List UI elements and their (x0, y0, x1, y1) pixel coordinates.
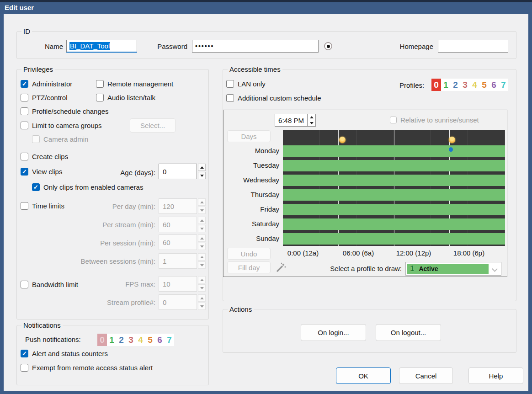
spin-down-icon[interactable] (198, 225, 206, 232)
checkbox-unchecked-icon[interactable] (21, 202, 28, 210)
limit-camera-groups-checkbox[interactable]: Limit to camera groups (21, 122, 102, 129)
spin-down-icon[interactable] (198, 303, 206, 310)
spin-up-icon[interactable] (198, 294, 206, 302)
spin-up-icon[interactable] (198, 217, 206, 224)
checkbox-unchecked-icon[interactable] (226, 80, 234, 88)
spin-up-icon[interactable] (198, 198, 206, 206)
fill-day-button[interactable]: Fill day (227, 261, 271, 273)
spin-down-icon[interactable] (198, 207, 206, 214)
schedule-row-tuesday[interactable] (283, 160, 505, 171)
age-days-spinner[interactable]: 0 (159, 164, 206, 179)
help-button[interactable]: Help (468, 367, 523, 384)
fps-max-value[interactable]: 10 (159, 276, 197, 292)
push-digit-2[interactable]: 2 (117, 334, 126, 346)
profile-draw-dropdown[interactable]: 1 Active (405, 262, 501, 276)
push-digit-3[interactable]: 3 (126, 334, 136, 346)
spin-up-icon[interactable] (198, 164, 206, 171)
schedule-row-friday[interactable] (283, 204, 505, 215)
checkbox-unchecked-icon[interactable] (21, 153, 28, 160)
profile-digit-3[interactable]: 3 (460, 79, 470, 91)
password-reveal-eye-icon[interactable] (324, 42, 332, 50)
checkbox-unchecked-icon[interactable] (21, 122, 28, 129)
per-stream-spinner[interactable]: 60 (159, 217, 206, 232)
stream-profile-spinner[interactable]: 0 (159, 294, 206, 310)
profile-digit-2[interactable]: 2 (451, 79, 460, 91)
per-session-value[interactable]: 60 (159, 234, 197, 250)
schedule-grid[interactable] (283, 130, 505, 246)
cancel-button[interactable]: Cancel (399, 367, 453, 384)
profile-digit-1[interactable]: 1 (441, 79, 451, 91)
ok-button[interactable]: OK (336, 367, 391, 384)
between-sessions-value[interactable]: 1 (159, 253, 197, 269)
profile-digit-5[interactable]: 5 (479, 79, 489, 91)
spin-up-icon[interactable] (198, 234, 206, 242)
title-bar[interactable]: Edit user (0, 2, 532, 14)
stream-profile-value[interactable]: 0 (159, 294, 197, 310)
fps-max-spinner[interactable]: 10 (159, 276, 206, 292)
magic-wand-icon[interactable] (276, 262, 287, 273)
exempt-remote-access-checkbox[interactable]: Exempt from remote access status alert (21, 364, 153, 372)
profile-digit-7[interactable]: 7 (499, 79, 508, 91)
create-clips-checkbox[interactable]: Create clips (21, 153, 68, 160)
additional-custom-schedule-checkbox[interactable]: Additional custom schedule (226, 94, 321, 102)
spin-up-icon[interactable] (198, 276, 206, 283)
push-notifications-profile-strip[interactable]: 0 1 2 3 4 5 6 7 (97, 334, 174, 346)
per-session-spinner[interactable]: 60 (159, 234, 206, 250)
camera-admin-checkbox[interactable]: Camera admin (32, 135, 88, 143)
on-login-button[interactable]: On login... (301, 324, 366, 341)
view-clips-checkbox[interactable]: ✓View clips (21, 168, 62, 176)
push-digit-4[interactable]: 4 (136, 334, 145, 346)
checkbox-unchecked-icon[interactable] (96, 80, 104, 88)
checkbox-unchecked-icon[interactable] (21, 281, 28, 288)
push-digit-0[interactable]: 0 (97, 334, 107, 346)
age-days-value[interactable]: 0 (159, 164, 197, 179)
spin-up-icon[interactable] (308, 114, 315, 120)
profile-digit-0-selected[interactable]: 0 (431, 79, 441, 91)
checkbox-checked-icon[interactable]: ✓ (32, 183, 40, 191)
profiles-strip[interactable]: 0 1 2 3 4 5 6 7 (431, 79, 508, 91)
time-limits-checkbox[interactable]: Time limits (21, 202, 64, 210)
spin-down-icon[interactable] (198, 284, 206, 292)
push-digit-1[interactable]: 1 (107, 334, 117, 346)
days-button[interactable]: Days (227, 130, 271, 142)
name-input[interactable]: BI_DAT_Tool (66, 40, 137, 53)
push-digit-7[interactable]: 7 (165, 334, 174, 346)
profile-schedule-changes-checkbox[interactable]: Profile/schedule changes (21, 107, 109, 115)
per-day-spinner[interactable]: 120 (159, 198, 206, 214)
spin-up-icon[interactable] (198, 253, 206, 261)
audio-listen-talk-checkbox[interactable]: Audio listen/talk (96, 94, 155, 101)
profile-digit-6[interactable]: 6 (489, 79, 499, 91)
checkbox-checked-icon[interactable]: ✓ (21, 80, 28, 88)
remote-management-checkbox[interactable]: Remote management (96, 80, 173, 88)
spin-down-icon[interactable] (198, 243, 206, 250)
checkbox-unchecked-icon[interactable] (21, 94, 28, 101)
only-clips-enabled-cameras-checkbox[interactable]: ✓Only clips from enabled cameras (32, 183, 143, 191)
schedule-row-thursday[interactable] (283, 189, 505, 201)
profile-digit-4[interactable]: 4 (470, 79, 479, 91)
schedule-row-sunday[interactable] (283, 233, 505, 245)
checkbox-unchecked-icon[interactable] (390, 117, 397, 123)
checkbox-unchecked-icon[interactable] (32, 135, 40, 143)
on-logout-button[interactable]: On logout... (376, 324, 441, 341)
checkbox-checked-icon[interactable]: ✓ (21, 350, 28, 357)
administrator-checkbox[interactable]: ✓Administrator (21, 80, 72, 88)
checkbox-unchecked-icon[interactable] (226, 94, 234, 102)
spin-down-icon[interactable] (198, 172, 206, 179)
password-input[interactable]: •••••• (192, 40, 319, 53)
spin-down-icon[interactable] (198, 261, 206, 269)
push-digit-5[interactable]: 5 (145, 334, 155, 346)
between-sessions-spinner[interactable]: 1 (159, 253, 206, 269)
lan-only-checkbox[interactable]: LAN only (226, 80, 266, 88)
push-digit-6[interactable]: 6 (155, 334, 165, 346)
alert-status-counters-checkbox[interactable]: ✓Alert and status counters (21, 350, 108, 357)
schedule-row-saturday[interactable] (283, 218, 505, 230)
bandwidth-limit-checkbox[interactable]: Bandwidth limit (21, 281, 78, 288)
schedule-row-monday[interactable] (283, 145, 505, 157)
spin-down-icon[interactable] (308, 120, 315, 126)
checkbox-checked-icon[interactable]: ✓ (21, 168, 28, 176)
per-stream-value[interactable]: 60 (159, 217, 197, 232)
per-day-value[interactable]: 120 (159, 198, 197, 214)
checkbox-unchecked-icon[interactable] (21, 364, 28, 372)
select-camera-groups-button[interactable]: Select... (130, 118, 176, 133)
ptz-control-checkbox[interactable]: PTZ/control (21, 94, 68, 101)
